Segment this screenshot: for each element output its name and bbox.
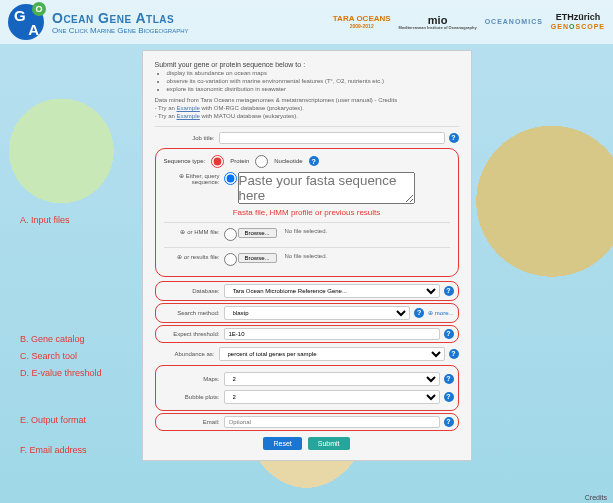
bubble-label: Bubble plots:: [160, 394, 220, 400]
intro-text: Submit your gene or protein sequence bel…: [155, 61, 459, 93]
query-seq-radio[interactable]: [224, 172, 237, 185]
example-link-matou[interactable]: Example: [177, 113, 200, 119]
results-browse-button[interactable]: Browse...: [238, 253, 277, 263]
hmm-radio[interactable]: [224, 228, 237, 241]
annotation-b: B. Gene catalog: [20, 334, 85, 344]
info-icon[interactable]: ?: [444, 374, 454, 384]
genoscope-logo: GENOSCOPE: [551, 23, 605, 31]
info-icon[interactable]: ?: [444, 286, 454, 296]
nucleotide-radio[interactable]: [255, 155, 268, 168]
results-radio[interactable]: [224, 253, 237, 266]
abundance-label: Abundance as:: [155, 351, 215, 357]
info-icon[interactable]: ?: [444, 417, 454, 427]
annotation-a: A. Input files: [20, 215, 70, 225]
job-title-input[interactable]: [219, 132, 445, 144]
reset-button[interactable]: Reset: [263, 437, 301, 450]
search-method-select[interactable]: blastp: [224, 306, 411, 320]
form-panel: Submit your gene or protein sequence bel…: [142, 50, 472, 461]
maps-select[interactable]: 2: [224, 372, 440, 386]
credits-link[interactable]: Credits: [585, 494, 607, 501]
sequence-type-label: Sequence type:: [164, 158, 206, 164]
hmm-browse-button[interactable]: Browse...: [238, 228, 277, 238]
protein-radio[interactable]: [211, 155, 224, 168]
annotation-d: D. E-value threshold: [20, 368, 102, 378]
example-link-omrgc[interactable]: Example: [177, 105, 200, 111]
info-icon[interactable]: ?: [444, 329, 454, 339]
info-icon[interactable]: ?: [449, 349, 459, 359]
submit-button[interactable]: Submit: [308, 437, 350, 450]
oga-logo: O: [8, 4, 44, 40]
email-label: Email:: [160, 419, 220, 425]
annotation-c: C. Search tool: [20, 351, 77, 361]
bubble-select[interactable]: 2: [224, 390, 440, 404]
results-label: ⊕ or results file:: [164, 253, 220, 260]
job-title-label: Job title:: [155, 135, 215, 141]
hmm-label: ⊕ or HMM file:: [164, 228, 220, 235]
expect-label: Expect threshold:: [160, 331, 220, 337]
annotation-e: E. Output format: [20, 415, 86, 425]
either-query-label: ⊕ Either, query sequence:: [164, 172, 220, 185]
red-hint: Fasta file, HMM profile or previous resu…: [164, 208, 450, 217]
sub-title: One Click Marine Gene Biogeography: [52, 26, 188, 35]
oceanomics-logo: OCEANOMICS: [485, 18, 543, 26]
info-icon[interactable]: ?: [309, 156, 319, 166]
abundance-select[interactable]: percent of total genes per sample: [219, 347, 445, 361]
eth-logo: ETHzürich: [551, 13, 605, 23]
info-icon[interactable]: ?: [444, 392, 454, 402]
annotation-f: F. Email address: [20, 445, 87, 455]
fasta-textarea[interactable]: [238, 172, 415, 204]
partner-logos: TARA OCEANS2009-2012 mioMediterranean In…: [333, 13, 605, 31]
more-link[interactable]: ⊕ more...: [428, 309, 453, 316]
header: O Ocean Gene Atlas One Click Marine Gene…: [0, 0, 613, 44]
maps-label: Maps:: [160, 376, 220, 382]
database-label: Database:: [160, 288, 220, 294]
main-title: Ocean Gene Atlas: [52, 10, 188, 26]
database-select[interactable]: Tara Ocean Microbiome Reference Gene...: [224, 284, 440, 298]
data-mined: Data mined from Tara Oceans metagenomes …: [155, 97, 459, 120]
info-icon[interactable]: ?: [414, 308, 424, 318]
info-icon[interactable]: ?: [449, 133, 459, 143]
expect-input[interactable]: [224, 328, 440, 340]
search-method-label: Search method:: [160, 310, 220, 316]
email-input[interactable]: [224, 416, 440, 428]
input-files-box: Sequence type: Protein Nucleotide ? ⊕ Ei…: [155, 148, 459, 277]
